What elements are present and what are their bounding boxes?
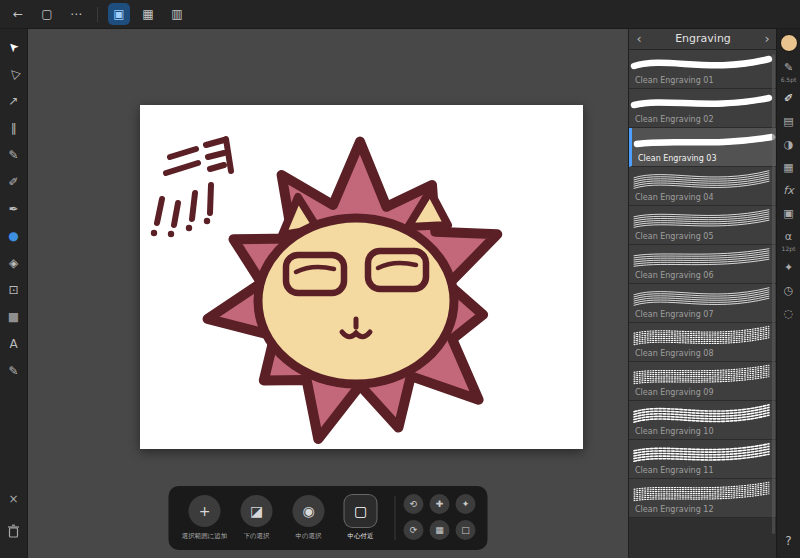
scrollbar[interactable]: [772, 54, 775, 534]
brush-item[interactable]: Clean Engraving 04: [629, 167, 776, 206]
brush-preview: [629, 479, 775, 506]
brush-item[interactable]: Clean Engraving 08: [629, 323, 776, 362]
history-panel-icon[interactable]: ◷: [781, 282, 797, 298]
category-prev-icon[interactable]: ‹: [629, 32, 649, 45]
stroke-width-icon[interactable]: ✎6.5pt: [781, 59, 797, 83]
rotate-cw-button[interactable]: ⟳: [404, 520, 424, 540]
button-label: 選択範囲に追加: [182, 532, 228, 541]
select-below-button[interactable]: ◪ 下の選択: [231, 495, 283, 541]
slice-tool[interactable]: ∥: [3, 117, 25, 139]
rotate-ccw-button[interactable]: ⟲: [404, 494, 424, 514]
flood-select-tool[interactable]: ●: [3, 225, 25, 247]
document-icon[interactable]: ▢: [36, 3, 58, 25]
brush-item[interactable]: Clean Engraving 03: [629, 128, 776, 167]
brush-label: Clean Engraving 11: [635, 466, 713, 475]
brush-item[interactable]: Clean Engraving 02: [629, 89, 776, 128]
add-to-selection-button[interactable]: + 選択範囲に追加: [179, 495, 231, 541]
brush-list: Clean Engraving 01 Clean Engraving 02 Cl…: [629, 50, 776, 518]
brush-item[interactable]: Clean Engraving 07: [629, 284, 776, 323]
trash-glyph: [7, 524, 20, 538]
brush-preview: [629, 89, 775, 116]
scale-button[interactable]: ✦: [456, 494, 476, 514]
studio-sidebar: ✎6.5pt✐▤◑▦fx▣α12pt✦◷◌ ?: [776, 28, 800, 558]
snapping-panel-icon[interactable]: ✦: [781, 259, 797, 275]
button-label: 中の選択: [295, 532, 321, 541]
brush-label: Clean Engraving 02: [635, 115, 713, 124]
bounds-button[interactable]: □: [456, 520, 476, 540]
category-next-icon[interactable]: ›: [757, 32, 776, 45]
button-icon: ▢: [345, 495, 377, 527]
brush-label: Clean Engraving 09: [635, 388, 713, 397]
lion-face: [258, 218, 454, 384]
mesh-warp-button[interactable]: ▦: [430, 520, 450, 540]
button-icon: ◪: [241, 495, 273, 527]
node-tool[interactable]: ▷: [3, 63, 25, 85]
effects-panel-icon[interactable]: fx: [781, 182, 797, 198]
select-middle-button[interactable]: ◉ 中の選択: [283, 495, 335, 541]
app-window: ←▢⋯▣▦▥ ブラシ ☰ ➤ ➤▷↗∥✎✐✒●◈⊡■A✎ ×: [0, 0, 800, 558]
brush-item[interactable]: Clean Engraving 01: [629, 50, 776, 89]
brush-preview: [629, 440, 775, 467]
brush-preview: [629, 50, 775, 77]
brush-item[interactable]: Clean Engraving 12: [629, 479, 776, 518]
studio-columns-icon[interactable]: ▥: [166, 3, 188, 25]
brush-label: Clean Engraving 05: [635, 232, 713, 241]
grid-panel-icon[interactable]: ▦: [781, 159, 797, 175]
pencil-tool[interactable]: ✎: [3, 144, 25, 166]
brush-item[interactable]: Clean Engraving 06: [629, 245, 776, 284]
text-tool[interactable]: A: [3, 333, 25, 355]
button-icon: +: [189, 495, 221, 527]
close-icon[interactable]: ×: [3, 488, 25, 510]
brush-item[interactable]: Clean Engraving 05: [629, 206, 776, 245]
brush-preview: [629, 362, 775, 389]
trash-icon[interactable]: [3, 520, 25, 542]
more-icon[interactable]: ⋯: [65, 3, 87, 25]
topbar-icon-group: ←▢⋯▣▦▥: [0, 3, 188, 25]
nudge-button[interactable]: ✚: [430, 494, 450, 514]
studio-icons: ✎6.5pt✐▤◑▦fx▣α12pt✦◷◌: [780, 34, 798, 328]
pen-tool[interactable]: ✒: [3, 198, 25, 220]
brush-preview: [629, 401, 775, 428]
brush-preview: [629, 167, 775, 194]
brush-label: Clean Engraving 03: [638, 154, 716, 163]
navigator-panel-icon[interactable]: ◌: [781, 305, 797, 321]
fill-tool[interactable]: ■: [3, 306, 25, 328]
near-center-button[interactable]: ▢ 中心付近: [335, 495, 387, 541]
brush-label: Clean Engraving 12: [635, 505, 713, 514]
category-label: Engraving: [649, 32, 757, 45]
brush-item[interactable]: Clean Engraving 09: [629, 362, 776, 401]
brush-label: Clean Engraving 04: [635, 193, 713, 202]
help-button[interactable]: ?: [785, 534, 791, 548]
tool-list: ➤▷↗∥✎✐✒●◈⊡■A✎: [3, 36, 25, 387]
brush-item[interactable]: Clean Engraving 10: [629, 401, 776, 440]
typography-panel-icon[interactable]: α12pt: [781, 228, 797, 252]
layers-panel-icon[interactable]: ▤: [781, 113, 797, 129]
color-swatch[interactable]: [780, 34, 798, 52]
brush-label: Clean Engraving 06: [635, 271, 713, 280]
divider: [395, 496, 396, 540]
brush-item[interactable]: Clean Engraving 11: [629, 440, 776, 479]
brush-label: Clean Engraving 01: [635, 76, 713, 85]
brush-category-bar: ‹ Engraving ›: [629, 28, 776, 50]
brush-preview: [629, 284, 775, 311]
drawing-canvas[interactable]: [140, 105, 583, 449]
smudge-tool[interactable]: ◈: [3, 252, 25, 274]
brush-preview: [632, 128, 776, 155]
media-panel-icon[interactable]: ▣: [781, 205, 797, 221]
pixel-grid-icon[interactable]: ▦: [137, 3, 159, 25]
selection-buttons: + 選択範囲に追加 ◪ 下の選択 ◉ 中の選択 ▢ 中心付近: [179, 495, 387, 541]
brushes-panel-icon[interactable]: ✐: [781, 90, 797, 106]
adjustment-panel-icon[interactable]: ◑: [781, 136, 797, 152]
selection-brush-tool-icon[interactable]: ▣: [108, 3, 130, 25]
line-tool[interactable]: ↗: [3, 90, 25, 112]
brush-tool[interactable]: ✐: [3, 171, 25, 193]
button-label: 下の選択: [243, 532, 269, 541]
brush-label: Clean Engraving 07: [635, 310, 713, 319]
button-label: 中心付近: [348, 532, 374, 541]
brush-preview: [629, 245, 775, 272]
vector-pencil-tool[interactable]: ✎: [3, 360, 25, 382]
crop-tool[interactable]: ⊡: [3, 279, 25, 301]
back-icon[interactable]: ←: [7, 3, 29, 25]
move-tool[interactable]: ➤: [3, 36, 25, 58]
lion-drawing: [140, 105, 583, 449]
